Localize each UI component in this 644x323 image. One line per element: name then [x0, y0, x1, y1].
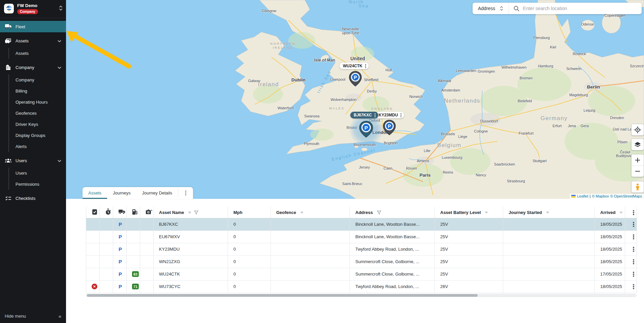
sort-icon[interactable] — [485, 212, 488, 214]
sidebar-item-assets[interactable]: Assets — [9, 48, 66, 59]
sort-icon[interactable] — [188, 212, 191, 214]
mapbox-link[interactable]: © Mapbox — [592, 194, 609, 198]
map-place-label: Luxembourg — [442, 155, 462, 159]
map-place-label: Odense — [581, 22, 594, 26]
map-place-label: Plymouth — [304, 142, 319, 146]
building-icon — [5, 65, 11, 70]
cell-geofence — [271, 268, 350, 280]
tab-assets[interactable]: Assets — [83, 187, 107, 199]
sidebar-group-users[interactable]: Users — [0, 155, 66, 166]
col-asset-battery-level[interactable]: Asset Battery Level — [435, 207, 503, 218]
table-row[interactable]: ✕ P BJ67KXC 0 Bincknoll Lane, Wootton Ba… — [86, 218, 637, 230]
minus-icon — [635, 169, 640, 174]
layers-control[interactable] — [631, 139, 644, 150]
sidebar-group-assets[interactable]: Assets — [0, 35, 66, 46]
search-type-select[interactable]: Address — [473, 3, 509, 14]
row-menu-button[interactable] — [631, 259, 637, 265]
row-menu-button[interactable] — [631, 284, 637, 290]
tab-journeys[interactable]: Journeys — [107, 187, 136, 199]
map-asset-label[interactable]: WU24CTK — [340, 63, 369, 69]
sidebar-item-operating-hours[interactable]: Operating Hours — [9, 97, 66, 108]
sidebar-item-checklists[interactable]: Checklists — [0, 192, 66, 204]
table-row[interactable]: ✕ P KY23MDU 0 Twyford Abbey Road, London… — [86, 243, 637, 255]
map-pin-selected[interactable]: P — [359, 121, 373, 138]
scrollbar-thumb[interactable] — [87, 294, 478, 297]
layers-button[interactable] — [632, 139, 644, 150]
filter-icon[interactable] — [377, 211, 381, 215]
map-pin[interactable]: P — [383, 120, 396, 135]
svg-text:P: P — [364, 125, 368, 131]
sort-icon[interactable] — [300, 212, 303, 214]
row-menu-button[interactable] — [631, 221, 637, 227]
col-geofence[interactable]: Geofence — [271, 207, 350, 218]
row-menu-button[interactable] — [631, 271, 637, 277]
org-switcher[interactable]: FW Demo Company — [0, 0, 66, 17]
map-canvas[interactable]: GlasgowNorthSeaNewcastleupon TyneNORTHER… — [66, 0, 644, 202]
sidebar-item-billing[interactable]: Billing — [9, 85, 66, 97]
sidebar-item-driver-keys[interactable]: Driver Keys — [9, 119, 66, 130]
pegman-button[interactable] — [632, 181, 644, 192]
horizontal-scrollbar[interactable] — [86, 294, 637, 297]
map-place-label: Newcastle — [342, 27, 359, 31]
col-row-menu[interactable] — [625, 207, 637, 218]
sort-icon[interactable] — [619, 212, 623, 214]
layers-icon — [634, 141, 641, 148]
col-arrived[interactable]: Arrived — [595, 207, 625, 218]
sidebar-item-display-groups[interactable]: Display Groups — [9, 130, 66, 141]
leaflet-link[interactable]: Leaflet — [577, 194, 588, 198]
locate-control[interactable] — [631, 124, 644, 136]
sidebar-item-permissions[interactable]: Permissions — [9, 179, 66, 190]
search-input[interactable] — [523, 3, 642, 14]
sidebar-item-label: Fleet — [15, 24, 61, 29]
marker-menu-icon[interactable] — [365, 66, 366, 67]
zoom-out-button[interactable] — [632, 166, 644, 177]
osm-link[interactable]: © OpenStreetMaps — [610, 194, 642, 198]
sidebar-group-company[interactable]: Company — [0, 62, 66, 73]
col-address[interactable]: Address — [350, 207, 435, 218]
map-place-label: Leeuwarden — [456, 69, 477, 73]
location-search-bar: Address — [473, 3, 642, 14]
table-row[interactable]: ✕ P 83 WU24CTK 0 Summercroft Close, Golb… — [86, 268, 637, 280]
col-journey-started[interactable]: Journey Started — [503, 207, 595, 218]
col-asset-name[interactable]: Asset Name — [154, 207, 228, 218]
row-menu-button[interactable] — [631, 246, 637, 252]
map-place-label: Düsseldorf — [480, 119, 498, 123]
sidebar: FW Demo Company Fleet Assets As — [0, 0, 66, 323]
hide-menu-button[interactable]: Hide menu « — [0, 309, 66, 323]
camera-icon — [146, 209, 152, 215]
select-chevrons-icon — [500, 6, 503, 11]
tab-journey-details[interactable]: Journey Details — [136, 187, 178, 199]
map-place-label: Leipzig — [584, 108, 595, 112]
map-place-label: Germany — [541, 115, 568, 122]
map-pin[interactable]: P — [349, 71, 362, 86]
tab-overflow-menu-button[interactable] — [178, 187, 193, 199]
cell-geofence — [271, 218, 350, 230]
sidebar-item-company[interactable]: Company — [9, 74, 66, 85]
col-mph[interactable]: Mph — [228, 207, 271, 218]
sidebar-item-geofences[interactable]: Geofences — [9, 108, 66, 119]
zoom-in-button[interactable] — [632, 154, 644, 166]
table-row[interactable]: ✕ P 71 WU73CYC 0 Twyford Abbey Road, Lon… — [86, 280, 637, 293]
map-asset-label-selected[interactable]: BJ67KXC — [350, 112, 378, 118]
marker-menu-icon[interactable] — [375, 115, 376, 116]
map-place-label: Hull — [386, 68, 392, 72]
cell-arrived: 18/05/2025 — [595, 218, 625, 230]
sort-icon[interactable] — [546, 212, 549, 214]
sidebar-item-users[interactable]: Users — [9, 168, 66, 179]
map-place-label: Wilhelmshaven — [502, 65, 527, 69]
cell-arrived: 18/05/2025 — [595, 230, 625, 243]
sidebar-item-fleet[interactable]: Fleet — [0, 21, 66, 32]
row-menu-button[interactable] — [631, 234, 637, 240]
zoom-control[interactable] — [631, 154, 644, 177]
streetview-control[interactable] — [631, 181, 644, 193]
org-expander-icon[interactable] — [59, 5, 63, 12]
filter-icon[interactable] — [194, 211, 198, 215]
sidebar-item-alerts[interactable]: Alerts — [9, 141, 66, 152]
table-row[interactable]: ✕ P EU67WXV 0 Bincknoll Lane, Wootton Ba… — [86, 230, 637, 243]
header-menu-button[interactable] — [631, 210, 637, 216]
locate-button[interactable] — [632, 124, 644, 135]
marker-menu-icon[interactable] — [400, 115, 401, 116]
map-asset-label[interactable]: KY23MDU — [375, 112, 404, 118]
map-place-label: Brighton — [384, 141, 398, 145]
table-row[interactable]: ✕ P WN21ZXG 0 Summercroft Close, Golborn… — [86, 255, 637, 268]
